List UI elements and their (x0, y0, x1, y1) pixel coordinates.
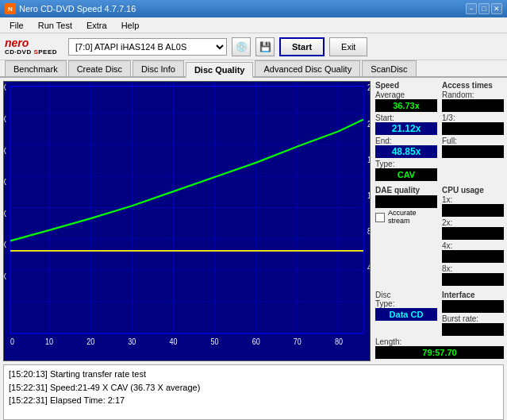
maximize-button[interactable]: □ (478, 3, 490, 14)
end-label: End: (375, 137, 437, 145)
cpu-4x-value (442, 250, 504, 263)
interface-section: Interface Burst rate: (442, 291, 504, 337)
one-third-value (442, 122, 504, 135)
svg-rect-0 (4, 82, 370, 360)
media-icon-button[interactable]: 💿 (232, 37, 251, 56)
menu-bar: File Run Test Extra Help (0, 17, 507, 33)
svg-text:16 X: 16 X (4, 241, 7, 250)
speed-label: Speed (375, 81, 437, 90)
access-times-label: Access times (442, 81, 504, 90)
svg-text:80: 80 (335, 337, 343, 346)
full-label: Full: (442, 137, 504, 145)
disc-type-label: DiscType: (375, 291, 437, 308)
svg-text:50: 50 (211, 337, 219, 346)
minimize-button[interactable]: − (466, 3, 477, 14)
interface-label: Interface (442, 291, 504, 299)
log-area: [15:20:13] Starting transfer rate test [… (3, 364, 504, 420)
exit-button[interactable]: Exit (329, 37, 367, 56)
log-line-1: [15:20:13] Starting transfer rate test (9, 368, 498, 381)
cpu-2x-label: 2x: (442, 218, 504, 227)
speed-section: Speed Average 36.73x Start: 21.12x End: … (375, 81, 437, 183)
toolbar: nero CD·DVD SPEED [7:0] ATAPI iHAS124 B … (0, 33, 507, 60)
random-label: Random: (442, 91, 504, 99)
svg-text:40: 40 (169, 337, 177, 346)
tab-create-disc[interactable]: Create Disc (68, 60, 131, 76)
length-value: 79:57.70 (375, 346, 504, 359)
cpu-usage-section: CPU usage 1x: 2x: 4x: 8x: (442, 186, 504, 287)
svg-text:8: 8 (367, 227, 370, 237)
drive-select[interactable]: [7:0] ATAPI iHAS124 B AL0S (68, 38, 227, 56)
length-label: Length: (375, 337, 504, 346)
svg-text:4: 4 (367, 263, 370, 272)
svg-text:20: 20 (367, 119, 370, 129)
tab-scan-disc[interactable]: ScanDisc (362, 60, 416, 76)
window-title: Nero CD-DVD Speed 4.7.7.16 (19, 4, 136, 13)
app-icon: N (5, 3, 16, 14)
tab-disc-info[interactable]: Disc Info (133, 60, 184, 76)
cpu-1x-value (442, 204, 504, 217)
start-button[interactable]: Start (279, 37, 325, 56)
tab-benchmark[interactable]: Benchmark (5, 60, 67, 76)
dae-quality-value (375, 195, 437, 208)
access-times-section: Access times Random: 1/3: Full: (442, 81, 504, 183)
burst-rate-label: Burst rate: (442, 314, 504, 323)
cpu-8x-label: 8x: (442, 264, 504, 273)
type-label: Type: (375, 160, 437, 168)
tab-bar: Benchmark Create Disc Disc Info Disc Qua… (0, 60, 507, 78)
interface-value (442, 300, 504, 313)
main-content: 56 X 48 X 40 X 32 X 24 X 16 X 8 X 24 20 … (0, 78, 507, 364)
cpu-8x-value (442, 273, 504, 286)
menu-file[interactable]: File (3, 19, 30, 32)
tab-disc-quality[interactable]: Disc Quality (186, 62, 254, 78)
start-value: 21.12x (375, 122, 437, 135)
chart-area: 56 X 48 X 40 X 32 X 24 X 16 X 8 X 24 20 … (3, 81, 371, 361)
accurate-stream-label: Accuratestream (388, 210, 417, 225)
dae-quality-section: DAE quality Accuratestream (375, 186, 437, 287)
svg-text:48 X: 48 X (4, 114, 7, 124)
svg-text:30: 30 (128, 337, 136, 346)
svg-text:10: 10 (45, 337, 53, 346)
title-bar: N Nero CD-DVD Speed 4.7.7.16 − □ ✕ (0, 0, 507, 17)
svg-text:24: 24 (367, 83, 370, 93)
right-panel: Speed Average 36.73x Start: 21.12x End: … (374, 78, 507, 364)
svg-text:56 X: 56 X (4, 83, 7, 93)
cpu-2x-value (442, 227, 504, 240)
speed-chart: 56 X 48 X 40 X 32 X 24 X 16 X 8 X 24 20 … (4, 82, 370, 360)
log-line-3: [15:22:31] Elapsed Time: 2:17 (9, 394, 498, 407)
app-logo: nero CD·DVD SPEED (5, 37, 57, 56)
menu-run-test[interactable]: Run Test (32, 19, 79, 32)
cpu-1x-label: 1x: (442, 195, 504, 204)
svg-text:20: 20 (86, 337, 94, 346)
tab-advanced-disc-quality[interactable]: Advanced Disc Quality (255, 60, 360, 76)
full-value (442, 145, 504, 158)
random-value (442, 99, 504, 112)
accurate-stream-checkbox[interactable] (375, 213, 385, 222)
svg-text:70: 70 (294, 337, 302, 346)
average-value: 36.73x (375, 99, 437, 112)
close-button[interactable]: ✕ (491, 3, 502, 14)
disc-type-value: Data CD (375, 308, 437, 321)
svg-text:60: 60 (252, 337, 260, 346)
cpu-4x-label: 4x: (442, 241, 504, 250)
svg-text:40 X: 40 X (4, 146, 7, 156)
average-label: Average (375, 91, 437, 99)
svg-text:24 X: 24 X (4, 209, 7, 218)
menu-help[interactable]: Help (115, 19, 146, 32)
type-value: CAV (375, 168, 437, 181)
burst-rate-value (442, 323, 504, 336)
start-label: Start: (375, 114, 437, 122)
menu-extra[interactable]: Extra (80, 19, 113, 32)
log-line-2: [15:22:31] Speed:21-49 X CAV (36.73 X av… (9, 381, 498, 395)
disc-type-section: DiscType: Data CD (375, 291, 437, 337)
cpu-usage-label: CPU usage (442, 186, 504, 195)
save-icon-button[interactable]: 💾 (255, 37, 275, 56)
svg-text:32 X: 32 X (4, 178, 7, 187)
svg-text:16: 16 (367, 155, 370, 164)
svg-text:12: 12 (367, 191, 370, 201)
one-third-label: 1/3: (442, 114, 504, 122)
end-value: 48.85x (375, 145, 437, 158)
svg-text:0: 0 (10, 337, 14, 346)
svg-text:8 X: 8 X (4, 272, 7, 282)
dae-quality-label: DAE quality (375, 186, 437, 195)
